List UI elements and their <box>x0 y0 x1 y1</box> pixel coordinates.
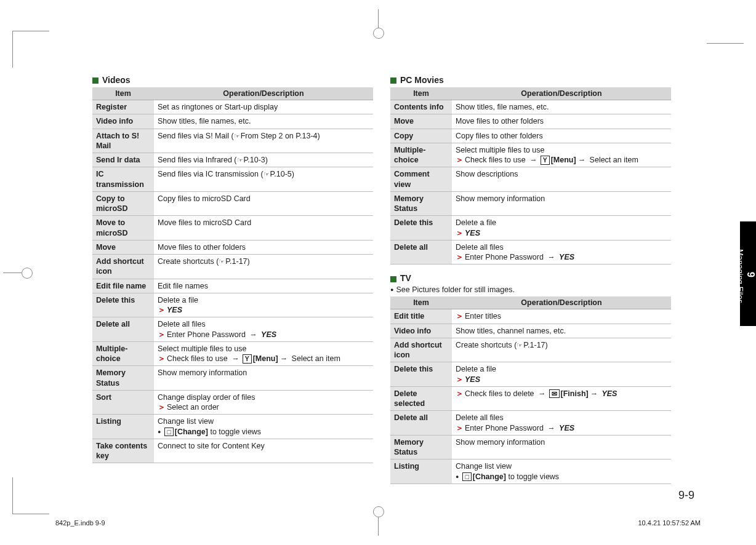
desc-cell: Show titles, file names, etc. <box>452 100 671 114</box>
item-cell: Move <box>390 114 452 129</box>
videos-tbody: RegisterSet as ringtones or Start-up dis… <box>92 100 373 463</box>
desc-cell: Show memory information <box>452 435 671 459</box>
col-header-desc: Operation/Description <box>452 296 671 309</box>
crop-mark <box>12 31 49 68</box>
item-cell: Contents info <box>390 100 452 114</box>
right-column: PC Movies Item Operation/Description Con… <box>390 74 671 484</box>
heading-text: Videos <box>102 75 131 85</box>
table-row: Move to microSDMove files to microSD Car… <box>92 216 373 241</box>
col-header-desc: Operation/Description <box>452 87 671 100</box>
footer-right: 10.4.21 10:57:52 AM <box>638 519 701 527</box>
item-cell: Comment view <box>390 167 452 192</box>
item-cell: Multiple-choice <box>92 341 154 366</box>
desc-cell: Show memory information <box>452 191 671 216</box>
item-cell: Register <box>92 100 154 114</box>
table-row: CopyCopy files to other folders <box>390 129 671 143</box>
desc-cell: Move files to other folders <box>154 240 373 254</box>
desc-cell: Select multiple files to use＞Check files… <box>154 341 373 366</box>
table-row: Send Ir dataSend files via Infrared (P.1… <box>92 153 373 167</box>
desc-cell: Move files to microSD Card <box>154 216 373 241</box>
item-cell: Video info <box>390 324 452 338</box>
heading-text: PC Movies <box>400 75 444 85</box>
table-row: Delete allDelete all files＞Enter Phone P… <box>390 411 671 436</box>
desc-cell: Delete all files＞Enter Phone Password YE… <box>154 317 373 342</box>
desc-cell: Move files to other folders <box>452 114 671 129</box>
item-cell: Video info <box>92 114 154 129</box>
item-cell: IC transmission <box>92 167 154 192</box>
item-cell: Move to microSD <box>92 216 154 241</box>
table-row: Multiple-choiceSelect multiple files to … <box>390 143 671 167</box>
note-text: See Pictures folder for still images. <box>396 285 514 294</box>
table-row: Memory StatusShow memory information <box>390 435 671 459</box>
desc-cell: Show descriptions <box>452 167 671 192</box>
chapter-number: 9 <box>745 226 756 322</box>
table-row: IC transmissionSend files via IC transmi… <box>92 167 373 192</box>
desc-cell: Create shortcuts (P.1-17) <box>154 255 373 279</box>
item-cell: Delete all <box>390 411 452 436</box>
desc-cell: Copy files to microSD Card <box>154 191 373 216</box>
item-cell: Delete selected <box>390 386 452 411</box>
tv-note: See Pictures folder for still images. <box>390 285 671 294</box>
table-row: RegisterSet as ringtones or Start-up dis… <box>92 100 373 114</box>
table-row: Contents infoShow titles, file names, et… <box>390 100 671 114</box>
desc-cell: Copy files to other folders <box>452 129 671 143</box>
desc-cell: Edit file names <box>154 279 373 293</box>
item-cell: Memory Status <box>92 366 154 391</box>
side-tab: 9 Managing Files <box>740 221 756 326</box>
desc-cell: Create shortcuts (P.1-17) <box>452 338 671 362</box>
item-cell: Edit title <box>390 309 452 324</box>
item-cell: Attach to S! Mail <box>92 129 154 153</box>
pcmovies-table: Item Operation/Description Contents info… <box>390 87 671 265</box>
table-row: Delete thisDelete a file＞YES <box>390 362 671 387</box>
square-bullet-icon <box>390 78 396 84</box>
table-row: Comment viewShow descriptions <box>390 167 671 192</box>
desc-cell: Show titles, file names, etc. <box>154 114 373 129</box>
table-row: ListingChange list view□[Change] to togg… <box>390 459 671 484</box>
table-row: Delete thisDelete a file＞YES <box>92 293 373 317</box>
pcmovies-tbody: Contents infoShow titles, file names, et… <box>390 100 671 265</box>
item-cell: Delete this <box>390 362 452 387</box>
table-row: Memory StatusShow memory information <box>390 191 671 216</box>
item-cell: Add shortcut icon <box>92 255 154 279</box>
table-row: Add shortcut iconCreate shortcuts (P.1-1… <box>92 255 373 279</box>
item-cell: Take contents key <box>92 439 154 463</box>
table-row: MoveMove files to other folders <box>92 240 373 254</box>
square-bullet-icon <box>390 276 396 282</box>
square-bullet-icon <box>92 78 99 84</box>
table-row: Edit file nameEdit file names <box>92 279 373 293</box>
table-row: Memory StatusShow memory information <box>92 366 373 391</box>
register-mark <box>3 272 22 273</box>
table-row: SortChange display order of files＞Select… <box>92 390 373 415</box>
heading-text: TV <box>400 273 411 283</box>
crop-mark <box>12 477 49 514</box>
desc-cell: Delete all files＞Enter Phone Password YE… <box>452 240 671 265</box>
table-row: Video infoShow titles, channel names, et… <box>390 324 671 338</box>
item-cell: Memory Status <box>390 435 452 459</box>
page-content: Videos Item Operation/Description Regist… <box>92 74 671 484</box>
item-cell: Delete all <box>390 240 452 265</box>
item-cell: Delete this <box>92 293 154 317</box>
table-row: MoveMove files to other folders <box>390 114 671 129</box>
col-header-desc: Operation/Description <box>154 87 373 100</box>
item-cell: Multiple-choice <box>390 143 452 167</box>
desc-cell: Set as ringtones or Start-up display <box>154 100 373 114</box>
item-cell: Delete this <box>390 216 452 241</box>
item-cell: Delete all <box>92 317 154 342</box>
col-header-item: Item <box>390 296 452 309</box>
table-row: Delete thisDelete a file＞YES <box>390 216 671 241</box>
desc-cell: Send files via Infrared (P.10-3) <box>154 153 373 167</box>
desc-cell: Show memory information <box>154 366 373 391</box>
item-cell: Copy <box>390 129 452 143</box>
desc-cell: Select multiple files to use＞Check files… <box>452 143 671 167</box>
table-row: Delete allDelete all files＞Enter Phone P… <box>390 240 671 265</box>
desc-cell: Send files via IC transmission (P.10-5) <box>154 167 373 192</box>
register-mark <box>378 517 379 536</box>
item-cell: Send Ir data <box>92 153 154 167</box>
desc-cell: Change list view□[Change] to toggle view… <box>154 415 373 439</box>
table-row: Copy to microSDCopy files to microSD Car… <box>92 191 373 216</box>
chapter-title: Managing Files <box>736 249 745 303</box>
item-cell: Edit file name <box>92 279 154 293</box>
pcmovies-heading: PC Movies <box>390 75 671 85</box>
table-row: ListingChange list view□[Change] to togg… <box>92 415 373 439</box>
tv-tbody: Edit title＞Enter titlesVideo infoShow ti… <box>390 309 671 484</box>
